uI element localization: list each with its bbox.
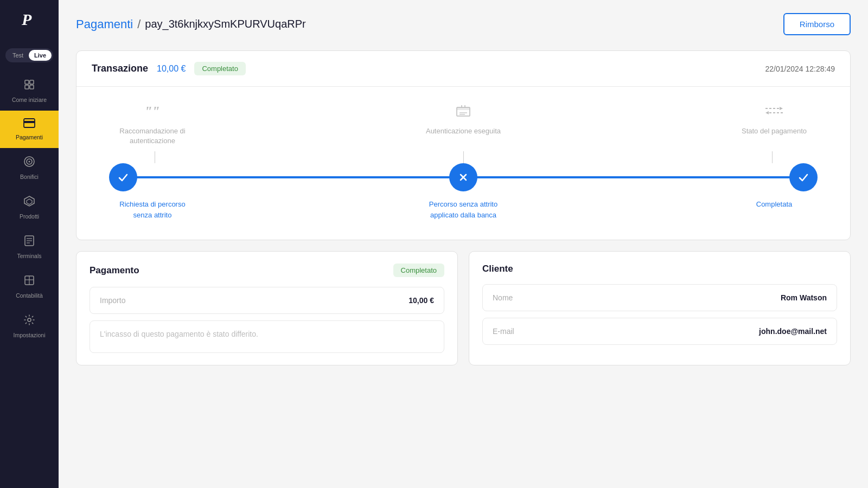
importo-label: Importo <box>100 296 125 305</box>
breadcrumb: Pagamenti / pay_3t6knjkxySmKPURVUqaRPr <box>76 17 306 31</box>
importo-field-row: Importo 10,00 € <box>90 287 444 314</box>
sidebar-item-bonifici[interactable]: Bonifici <box>0 148 59 188</box>
flow-bottom-label-2: Percorso senza attritoapplicato dalla ba… <box>420 199 507 220</box>
sidebar-item-come-iniziare[interactable]: Come iniziare <box>0 71 59 111</box>
transazione-card: Transazione 10,00 € Completato 22/01/202… <box>76 50 851 240</box>
sidebar-label-contabilita: Contabilità <box>16 292 43 299</box>
svg-marker-11 <box>27 199 32 204</box>
test-live-toggle[interactable]: Test Live <box>5 48 53 62</box>
email-label: E-mail <box>493 327 514 336</box>
transazione-amount: 10,00 € <box>157 64 186 74</box>
svg-text:P: P <box>21 10 32 28</box>
sidebar-label-prodotti: Prodotti <box>20 213 39 220</box>
email-value: john.doe@mail.net <box>759 327 827 336</box>
nome-value: Rom Watson <box>781 293 827 302</box>
flow-icon-2 <box>455 103 471 122</box>
transazione-header: Transazione 10,00 € Completato 22/01/202… <box>76 51 850 87</box>
flow-top-label-3: Stato del pagamento <box>742 126 807 136</box>
flow-diagram: " " Raccomandazione diautenticazione <box>76 87 850 240</box>
svg-rect-23 <box>457 107 470 110</box>
transazione-timestamp: 22/01/2024 12:28:49 <box>765 65 835 73</box>
flow-top-label-1: Raccomandazione diautenticazione <box>119 126 185 146</box>
sidebar-label-come-iniziare: Come iniziare <box>12 97 47 103</box>
terminals-icon <box>23 235 35 249</box>
live-toggle-btn[interactable]: Live <box>29 50 52 61</box>
svg-rect-2 <box>30 80 34 84</box>
flow-bottom-label-1: Richiesta di percorsosenza attrito <box>109 199 196 220</box>
sidebar-item-impostazioni[interactable]: Impostazioni <box>0 306 59 346</box>
cliente-card-header: Cliente <box>482 264 837 274</box>
sidebar-label-pagamenti: Pagamenti <box>16 134 43 140</box>
come-iniziare-icon <box>23 79 35 93</box>
impostazioni-icon <box>23 314 35 329</box>
sidebar-label-terminals: Terminals <box>17 253 42 259</box>
logo-container: P <box>0 0 59 43</box>
contabilita-icon <box>23 274 35 289</box>
prodotti-icon <box>23 195 35 210</box>
pagamento-status-badge: Completato <box>393 264 444 277</box>
main-content: Pagamenti / pay_3t6knjkxySmKPURVUqaRPr R… <box>59 0 868 488</box>
flow-icon-3 <box>764 103 784 122</box>
nome-label: Nome <box>493 293 513 302</box>
bottom-cards-row: Pagamento Completato Importo 10,00 € L'i… <box>76 251 851 365</box>
bonifici-icon <box>23 156 35 170</box>
pagamento-card: Pagamento Completato Importo 10,00 € L'i… <box>76 251 458 365</box>
svg-marker-31 <box>765 111 769 114</box>
transazione-title: Transazione <box>92 63 148 74</box>
test-toggle-btn[interactable]: Test <box>7 50 29 61</box>
sidebar-label-impostazioni: Impostazioni <box>14 332 46 338</box>
sidebar-item-prodotti[interactable]: Prodotti <box>0 188 59 227</box>
pagamento-note: L'incasso di questo pagamento è stato di… <box>90 320 444 353</box>
email-field-row: E-mail john.doe@mail.net <box>482 318 837 345</box>
flow-node-2 <box>449 163 477 191</box>
svg-rect-1 <box>25 80 29 84</box>
svg-text:": " <box>144 104 152 118</box>
sidebar-item-terminals[interactable]: Terminals <box>0 227 59 267</box>
app-logo: P <box>20 10 39 33</box>
flow-node-3 <box>789 163 818 191</box>
pagamento-title: Pagamento <box>90 265 139 276</box>
importo-value: 10,00 € <box>409 296 434 305</box>
transazione-status-badge: Completato <box>194 62 245 75</box>
sidebar: P Test Live Come iniziare Pagamenti <box>0 0 59 488</box>
flow-icon-1: " " <box>144 103 161 122</box>
pagamenti-icon <box>23 118 35 131</box>
svg-rect-4 <box>30 85 34 89</box>
page-header: Pagamenti / pay_3t6knjkxySmKPURVUqaRPr R… <box>76 13 851 35</box>
flow-top-label-2: Autenticazione eseguita <box>426 126 501 136</box>
pagamento-card-header: Pagamento Completato <box>90 264 444 277</box>
sidebar-label-bonifici: Bonifici <box>20 174 39 180</box>
flow-node-1 <box>109 163 137 191</box>
nome-field-row: Nome Rom Watson <box>482 284 837 311</box>
svg-rect-6 <box>24 121 35 123</box>
breadcrumb-pagamenti-link[interactable]: Pagamenti <box>76 17 133 31</box>
svg-text:": " <box>152 104 159 118</box>
sidebar-item-pagamenti[interactable]: Pagamenti <box>0 111 59 148</box>
flow-label-top-2: Autenticazione eseguita <box>420 103 507 146</box>
svg-rect-3 <box>25 85 29 89</box>
svg-marker-29 <box>780 107 783 110</box>
flow-label-top-1: " " Raccomandazione diautenticazione <box>109 103 196 146</box>
cliente-card: Cliente Nome Rom Watson E-mail john.doe@… <box>469 251 851 365</box>
sidebar-item-contabilita[interactable]: Contabilità <box>0 267 59 306</box>
svg-point-9 <box>29 161 30 163</box>
rimborso-button[interactable]: Rimborso <box>783 13 851 35</box>
flow-label-top-3: Stato del pagamento <box>731 103 818 146</box>
cliente-title: Cliente <box>482 264 513 274</box>
transazione-left: Transazione 10,00 € Completato <box>92 62 246 75</box>
breadcrumb-current: pay_3t6knjkxySmKPURVUqaRPr <box>145 18 305 30</box>
breadcrumb-separator: / <box>137 17 141 31</box>
flow-bottom-label-3: Completata <box>731 199 818 220</box>
svg-point-19 <box>28 318 31 322</box>
